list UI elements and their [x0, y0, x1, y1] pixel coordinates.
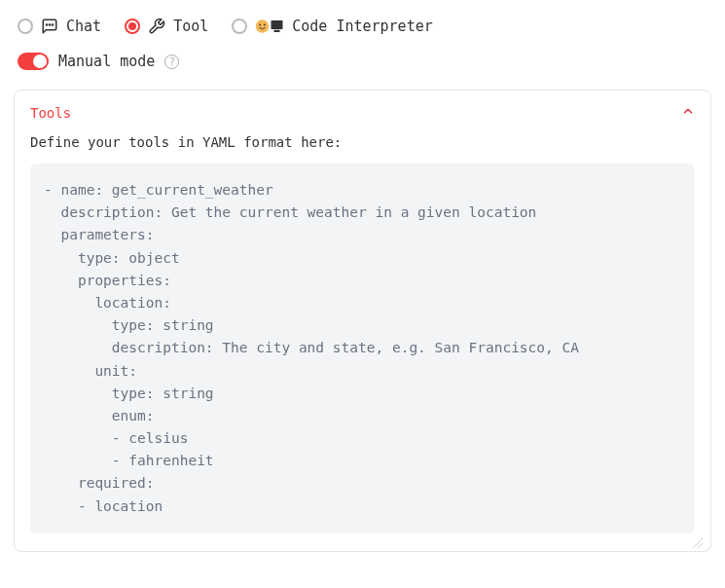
tools-panel-header[interactable]: Tools: [30, 104, 695, 121]
mode-tool[interactable]: Tool: [125, 18, 208, 35]
svg-line-8: [693, 538, 703, 548]
mode-tool-label: Tool: [173, 18, 208, 35]
svg-line-9: [698, 543, 703, 548]
mode-selector: Chat Tool Code Interpreter: [14, 18, 711, 35]
manual-mode-toggle[interactable]: [18, 53, 49, 70]
radio-circle-code: [232, 18, 247, 34]
resize-handle[interactable]: [691, 533, 703, 545]
chat-bubble-icon: [41, 18, 58, 35]
svg-point-1: [49, 24, 50, 25]
svg-point-4: [260, 24, 262, 26]
manual-mode-label: Manual mode: [58, 53, 155, 70]
mode-chat[interactable]: Chat: [18, 18, 101, 35]
mode-code-label: Code Interpreter: [292, 18, 433, 35]
radio-circle-tool: [125, 18, 140, 34]
tools-panel-description: Define your tools in YAML format here:: [30, 134, 695, 150]
chevron-up-icon[interactable]: [681, 104, 695, 121]
code-interpreter-icon: [255, 18, 284, 35]
svg-point-2: [52, 24, 53, 25]
manual-mode-row: Manual mode ?: [14, 53, 711, 70]
svg-point-3: [256, 19, 270, 33]
radio-circle-chat: [18, 18, 33, 34]
svg-point-5: [264, 24, 266, 26]
tools-panel-title: Tools: [30, 105, 71, 121]
mode-code-interpreter[interactable]: Code Interpreter: [232, 18, 433, 35]
help-icon[interactable]: ?: [164, 55, 179, 69]
svg-rect-7: [274, 30, 280, 32]
yaml-editor[interactable]: - name: get_current_weather description:…: [30, 164, 695, 533]
tools-panel: Tools Define your tools in YAML format h…: [14, 90, 711, 552]
tools-icon: [148, 18, 165, 35]
svg-rect-6: [272, 20, 283, 29]
svg-point-0: [46, 24, 47, 25]
mode-chat-label: Chat: [66, 18, 101, 35]
